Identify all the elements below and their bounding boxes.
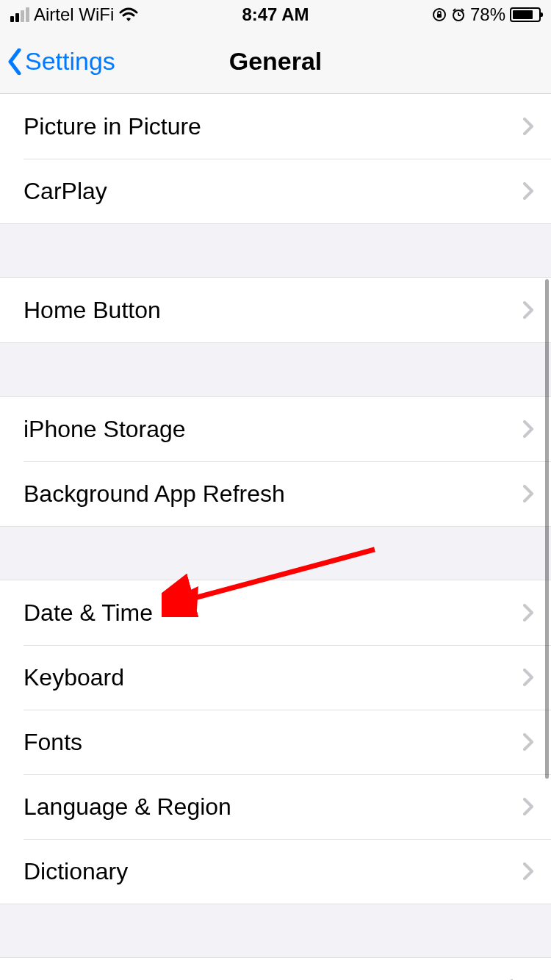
navigation-bar: Settings General — [0, 29, 551, 94]
row-label: iPhone Storage — [24, 416, 186, 443]
chevron-right-icon — [523, 862, 533, 880]
row-vpn[interactable]: VPN Not Connected — [0, 958, 551, 980]
alarm-icon — [451, 7, 466, 22]
carrier-label: Airtel WiFi — [34, 4, 114, 25]
row-home-button[interactable]: Home Button — [0, 278, 551, 342]
row-label: Keyboard — [24, 664, 124, 691]
row-label: Date & Time — [24, 599, 153, 627]
row-detail: Not Connected — [358, 975, 514, 980]
row-label: VPN — [24, 975, 72, 980]
chevron-right-icon — [523, 118, 533, 135]
chevron-right-icon — [523, 798, 533, 815]
group-spacer — [0, 224, 551, 277]
chevron-right-icon — [523, 420, 533, 438]
row-label: CarPlay — [24, 178, 107, 205]
row-carplay[interactable]: CarPlay — [0, 159, 551, 223]
chevron-right-icon — [523, 669, 533, 686]
svg-rect-1 — [437, 14, 442, 18]
row-language-region[interactable]: Language & Region — [0, 774, 551, 839]
status-right: 78% — [432, 4, 541, 25]
cellular-signal-icon — [10, 7, 29, 22]
chevron-left-icon — [7, 48, 22, 75]
back-label: Settings — [25, 47, 115, 76]
group-spacer — [0, 527, 551, 580]
scroll-indicator[interactable] — [545, 279, 549, 779]
row-label: Picture in Picture — [24, 113, 201, 140]
row-fonts[interactable]: Fonts — [0, 710, 551, 774]
back-button[interactable]: Settings — [0, 47, 115, 76]
row-date-time[interactable]: Date & Time — [0, 580, 551, 645]
chevron-right-icon — [523, 182, 533, 200]
row-background-app-refresh[interactable]: Background App Refresh — [0, 461, 551, 526]
battery-percentage: 78% — [470, 4, 505, 25]
settings-group: iPhone Storage Background App Refresh — [0, 396, 551, 527]
chevron-right-icon — [523, 604, 533, 621]
chevron-right-icon — [523, 733, 533, 751]
row-iphone-storage[interactable]: iPhone Storage — [0, 397, 551, 461]
row-label: Home Button — [24, 297, 161, 324]
rotation-lock-icon — [432, 7, 447, 22]
chevron-right-icon — [523, 485, 533, 502]
settings-group: Date & Time Keyboard Fonts Language & Re… — [0, 580, 551, 904]
settings-group: Picture in Picture CarPlay — [0, 94, 551, 224]
status-left: Airtel WiFi — [10, 4, 139, 25]
group-spacer — [0, 904, 551, 957]
row-label: Background App Refresh — [24, 480, 285, 508]
battery-icon — [510, 7, 541, 22]
wifi-icon — [118, 7, 139, 23]
chevron-right-icon — [523, 301, 533, 319]
row-picture-in-picture[interactable]: Picture in Picture — [0, 94, 551, 159]
settings-group: Home Button — [0, 277, 551, 343]
row-label: Dictionary — [24, 858, 128, 885]
row-dictionary[interactable]: Dictionary — [0, 839, 551, 904]
row-keyboard[interactable]: Keyboard — [0, 645, 551, 710]
status-bar: Airtel WiFi 8:47 AM 78% — [0, 0, 551, 29]
status-time: 8:47 AM — [242, 4, 309, 25]
row-label: Language & Region — [24, 793, 231, 821]
group-spacer — [0, 343, 551, 396]
row-label: Fonts — [24, 729, 82, 756]
settings-group: VPN Not Connected — [0, 957, 551, 980]
page-title: General — [229, 47, 323, 76]
